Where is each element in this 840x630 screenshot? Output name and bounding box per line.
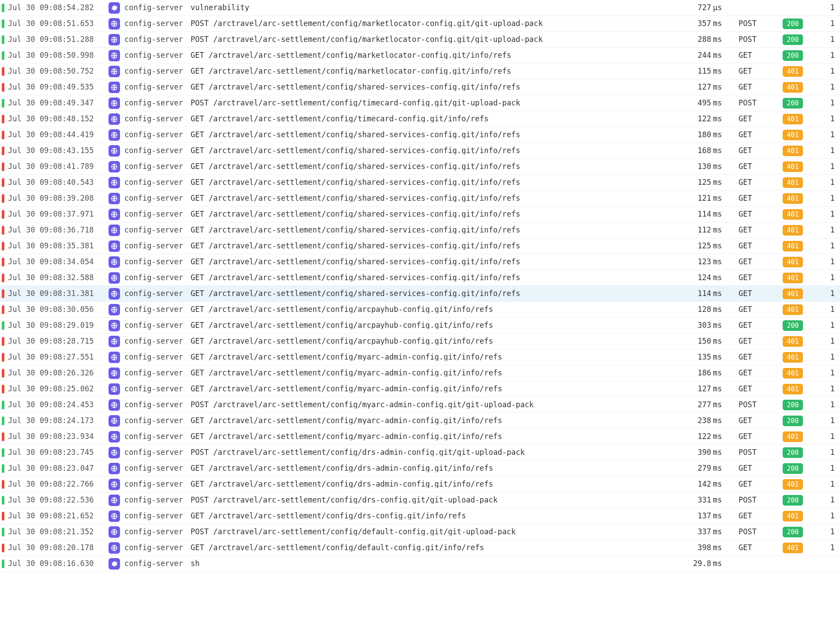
log-row[interactable]: Jul 30 09:08:51.288config-serverPOST /ar… — [0, 32, 840, 48]
log-row[interactable]: Jul 30 09:08:37.971config-serverGET /arc… — [0, 206, 840, 222]
log-row[interactable]: Jul 30 09:08:48.152config-serverGET /arc… — [0, 111, 840, 127]
log-row[interactable]: Jul 30 09:08:44.419config-serverGET /arc… — [0, 127, 840, 143]
globe-icon — [109, 82, 120, 93]
count: 1 — [821, 528, 838, 536]
log-row[interactable]: Jul 30 09:08:35.381config-serverGET /arc… — [0, 238, 840, 254]
log-row[interactable]: Jul 30 09:08:39.208config-serverGET /arc… — [0, 191, 840, 206]
log-row[interactable]: Jul 30 09:08:36.718config-serverGET /arc… — [0, 222, 840, 238]
timestamp: Jul 30 09:08:54.282 — [8, 4, 109, 11]
duration-unit: ms — [713, 99, 728, 107]
log-row[interactable]: Jul 30 09:08:24.453config-serverPOST /ar… — [0, 397, 840, 413]
globe-icon — [109, 368, 120, 379]
http-method: GET — [728, 322, 772, 329]
status-bar — [2, 146, 4, 155]
log-row[interactable]: Jul 30 09:08:21.352config-serverPOST /ar… — [0, 524, 840, 540]
log-row[interactable]: Jul 30 09:08:54.282config-servervulnerab… — [0, 0, 840, 16]
count: 1 — [821, 20, 838, 27]
status-badge: 401 — [783, 82, 803, 93]
http-method: GET — [728, 338, 772, 345]
log-row[interactable]: Jul 30 09:08:16.630config-serversh29.8ms — [0, 556, 840, 572]
status-cell: 401 — [772, 130, 821, 140]
request-description: GET /arctravel/arc-settlement/config/arc… — [191, 338, 678, 345]
log-row[interactable]: Jul 30 09:08:40.543config-serverGET /arc… — [0, 175, 840, 191]
globe-icon — [109, 18, 120, 30]
log-row[interactable]: Jul 30 09:08:22.536config-serverPOST /ar… — [0, 492, 840, 508]
duration-value: 495 — [678, 99, 713, 107]
request-description: POST /arctravel/arc-settlement/config/ma… — [191, 20, 678, 27]
globe-icon — [109, 320, 120, 331]
globe-icon — [109, 431, 120, 442]
log-table: Jul 30 09:08:54.282config-servervulnerab… — [0, 0, 840, 572]
duration-value: 137 — [678, 512, 713, 520]
log-row[interactable]: Jul 30 09:08:29.019config-serverGET /arc… — [0, 318, 840, 334]
status-badge: 401 — [783, 130, 803, 140]
count: 1 — [821, 147, 838, 154]
timestamp: Jul 30 09:08:23.745 — [8, 449, 109, 456]
log-row[interactable]: Jul 30 09:08:22.766config-serverGET /arc… — [0, 476, 840, 492]
log-row[interactable]: Jul 30 09:08:32.588config-serverGET /arc… — [0, 270, 840, 286]
status-cell: 401 — [772, 161, 821, 172]
status-cell: 401 — [772, 352, 821, 363]
duration-unit: ms — [713, 68, 728, 75]
timestamp: Jul 30 09:08:24.173 — [8, 417, 109, 424]
log-row[interactable]: Jul 30 09:08:31.381config-serverGET /arc… — [0, 286, 840, 302]
timestamp: Jul 30 09:08:20.178 — [8, 544, 109, 551]
timestamp: Jul 30 09:08:23.047 — [8, 465, 109, 472]
duration-unit: ms — [713, 338, 728, 345]
log-row[interactable]: Jul 30 09:08:23.934config-serverGET /arc… — [0, 429, 840, 445]
timestamp: Jul 30 09:08:22.536 — [8, 496, 109, 504]
status-bar — [2, 385, 4, 394]
log-row[interactable]: Jul 30 09:08:26.326config-serverGET /arc… — [0, 365, 840, 381]
log-row[interactable]: Jul 30 09:08:50.752config-serverGET /arc… — [0, 64, 840, 79]
log-row[interactable]: Jul 30 09:08:30.056config-serverGET /arc… — [0, 302, 840, 318]
status-cell: 200 — [772, 98, 821, 109]
timestamp: Jul 30 09:08:16.630 — [8, 560, 109, 567]
http-method: GET — [728, 115, 772, 123]
duration-value: 238 — [678, 417, 713, 424]
http-method: GET — [728, 369, 772, 377]
timestamp: Jul 30 09:08:50.752 — [8, 68, 109, 75]
service-name: config-server — [124, 465, 191, 472]
request-description: POST /arctravel/arc-settlement/config/my… — [191, 401, 678, 409]
service-name: config-server — [124, 417, 191, 424]
globe-icon — [109, 161, 120, 172]
log-row[interactable]: Jul 30 09:08:50.998config-serverGET /arc… — [0, 48, 840, 64]
log-row[interactable]: Jul 30 09:08:20.178config-serverGET /arc… — [0, 540, 840, 556]
log-row[interactable]: Jul 30 09:08:23.745config-serverPOST /ar… — [0, 445, 840, 461]
log-row[interactable]: Jul 30 09:08:43.155config-serverGET /arc… — [0, 143, 840, 159]
service-name: config-server — [124, 385, 191, 393]
duration-value: 127 — [678, 83, 713, 91]
log-row[interactable]: Jul 30 09:08:49.535config-serverGET /arc… — [0, 79, 840, 95]
request-description: GET /arctravel/arc-settlement/config/sha… — [191, 210, 678, 218]
service-name: config-server — [124, 306, 191, 313]
request-description: POST /arctravel/arc-settlement/config/ma… — [191, 36, 678, 43]
log-row[interactable]: Jul 30 09:08:25.062config-serverGET /arc… — [0, 381, 840, 397]
log-row[interactable]: Jul 30 09:08:21.652config-serverGET /arc… — [0, 508, 840, 524]
status-bar — [2, 99, 4, 108]
http-method: GET — [728, 226, 772, 234]
log-row[interactable]: Jul 30 09:08:23.047config-serverGET /arc… — [0, 461, 840, 476]
log-row[interactable]: Jul 30 09:08:41.789config-serverGET /arc… — [0, 159, 840, 175]
count: 1 — [821, 433, 838, 440]
log-row[interactable]: Jul 30 09:08:27.551config-serverGET /arc… — [0, 349, 840, 365]
timestamp: Jul 30 09:08:29.019 — [8, 322, 109, 329]
duration-unit: ms — [713, 322, 728, 329]
log-row[interactable]: Jul 30 09:08:34.054config-serverGET /arc… — [0, 254, 840, 270]
status-bar — [2, 337, 4, 346]
globe-icon — [109, 113, 120, 125]
log-row[interactable]: Jul 30 09:08:51.653config-serverPOST /ar… — [0, 16, 840, 32]
request-description: GET /arctravel/arc-settlement/config/sha… — [191, 179, 678, 186]
request-description: GET /arctravel/arc-settlement/config/def… — [191, 544, 678, 551]
log-row[interactable]: Jul 30 09:08:28.715config-serverGET /arc… — [0, 334, 840, 349]
log-row[interactable]: Jul 30 09:08:49.347config-serverPOST /ar… — [0, 95, 840, 111]
status-bar — [2, 83, 4, 92]
service-name: config-server — [124, 353, 191, 361]
status-badge: 401 — [783, 543, 803, 553]
duration-unit: ms — [713, 20, 728, 27]
log-row[interactable]: Jul 30 09:08:24.173config-serverGET /arc… — [0, 413, 840, 429]
status-badge: 401 — [783, 209, 803, 220]
count: 1 — [821, 99, 838, 107]
service-name: config-server — [124, 274, 191, 281]
request-description: GET /arctravel/arc-settlement/config/mya… — [191, 433, 678, 440]
service-name: config-server — [124, 401, 191, 409]
